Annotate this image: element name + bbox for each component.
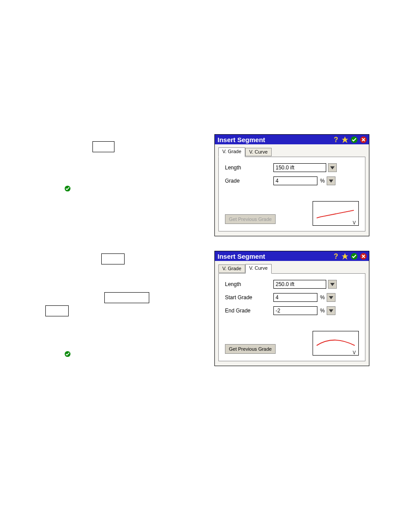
end-grade-dropdown[interactable] bbox=[327, 306, 335, 315]
get-previous-grade-button[interactable]: Get Previous Grade bbox=[225, 344, 276, 354]
preview-letter: V bbox=[353, 350, 356, 355]
title-bar: Insert Segment ? bbox=[215, 251, 369, 261]
hint-box-3 bbox=[45, 305, 69, 316]
length-dropdown[interactable] bbox=[328, 280, 337, 289]
start-grade-dropdown[interactable] bbox=[327, 293, 335, 302]
help-icon[interactable]: ? bbox=[332, 253, 339, 260]
tab-v-curve[interactable]: V. Curve bbox=[245, 264, 272, 274]
grade-label: Grade bbox=[225, 178, 273, 184]
percent-label: % bbox=[320, 308, 325, 314]
length-input[interactable] bbox=[273, 163, 326, 172]
help-icon[interactable]: ? bbox=[332, 136, 339, 143]
dialog-title: Insert Segment bbox=[217, 253, 265, 260]
dialog-body: V. Grade V. Curve Length Start Grade % E… bbox=[215, 261, 369, 366]
insert-segment-dialog-curve: Insert Segment ? V. Grade V. Curve Lengt… bbox=[214, 251, 369, 366]
svg-marker-3 bbox=[342, 136, 348, 143]
grade-input[interactable] bbox=[273, 176, 317, 185]
check-icon-2 bbox=[64, 351, 71, 357]
dialog-body: V. Grade V. Curve Length Grade % Get Pre… bbox=[215, 144, 369, 236]
preview-letter: V bbox=[353, 220, 356, 225]
dialog-title: Insert Segment bbox=[217, 136, 265, 143]
apply-icon[interactable] bbox=[350, 253, 358, 260]
svg-text:?: ? bbox=[334, 136, 338, 143]
end-grade-input[interactable] bbox=[273, 306, 317, 315]
hint-box-2 bbox=[101, 253, 125, 264]
title-bar: Insert Segment ? bbox=[215, 135, 369, 144]
length-label: Length bbox=[225, 165, 273, 171]
preview-box: V bbox=[313, 331, 359, 356]
length-dropdown[interactable] bbox=[328, 163, 337, 172]
tab-content-curve: Length Start Grade % End Grade % Get Pre… bbox=[218, 273, 365, 361]
start-grade-label: Start Grade bbox=[225, 294, 273, 301]
percent-label: % bbox=[320, 178, 325, 184]
preview-box: V bbox=[313, 201, 359, 226]
hint-box-4 bbox=[104, 292, 149, 303]
tab-content-grade: Length Grade % Get Previous Grade V bbox=[218, 157, 365, 231]
apply-icon[interactable] bbox=[350, 136, 358, 143]
insert-segment-dialog-grade: Insert Segment ? V. Grade V. Curve Lengt… bbox=[214, 134, 369, 236]
grade-dropdown[interactable] bbox=[327, 176, 335, 185]
close-icon[interactable] bbox=[360, 253, 367, 260]
check-icon-1 bbox=[64, 185, 71, 192]
length-input[interactable] bbox=[273, 280, 326, 289]
hint-box-1 bbox=[92, 141, 114, 152]
star-icon[interactable] bbox=[341, 253, 349, 260]
percent-label: % bbox=[320, 294, 325, 301]
svg-text:?: ? bbox=[334, 253, 338, 260]
start-grade-input[interactable] bbox=[273, 293, 317, 302]
star-icon[interactable] bbox=[341, 136, 349, 143]
tab-v-grade[interactable]: V. Grade bbox=[218, 264, 245, 273]
length-label: Length bbox=[225, 281, 273, 287]
end-grade-label: End Grade bbox=[225, 308, 273, 314]
tab-v-grade[interactable]: V. Grade bbox=[218, 147, 245, 157]
get-previous-grade-button[interactable]: Get Previous Grade bbox=[225, 214, 276, 224]
close-icon[interactable] bbox=[360, 136, 367, 143]
tab-v-curve[interactable]: V. Curve bbox=[245, 148, 272, 156]
svg-marker-7 bbox=[342, 253, 348, 260]
